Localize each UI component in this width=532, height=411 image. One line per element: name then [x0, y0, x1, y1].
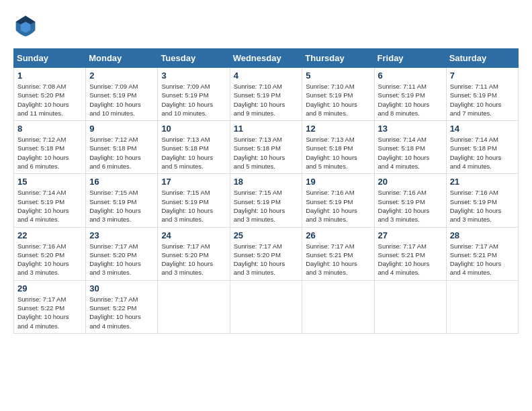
calendar-cell: 10Sunrise: 7:13 AMSunset: 5:18 PMDayligh… — [158, 121, 230, 174]
day-number: 22 — [17, 230, 82, 240]
day-number: 17 — [161, 177, 226, 187]
day-number: 27 — [378, 230, 443, 240]
calendar-cell: 2Sunrise: 7:09 AMSunset: 5:19 PMDaylight… — [86, 68, 158, 121]
day-number: 29 — [17, 283, 82, 293]
calendar-cell: 1Sunrise: 7:08 AMSunset: 5:20 PMDaylight… — [14, 68, 86, 121]
column-header-wednesday: Wednesday — [230, 49, 302, 68]
calendar-cell: 21Sunrise: 7:16 AMSunset: 5:19 PMDayligh… — [446, 174, 518, 227]
calendar-week-row: 22Sunrise: 7:16 AMSunset: 5:20 PMDayligh… — [14, 227, 519, 280]
calendar-cell: 17Sunrise: 7:15 AMSunset: 5:19 PMDayligh… — [158, 174, 230, 227]
day-number: 24 — [161, 230, 226, 240]
day-info: Sunrise: 7:13 AMSunset: 5:18 PMDaylight:… — [234, 135, 299, 171]
day-number: 26 — [306, 230, 370, 240]
day-number: 14 — [450, 124, 515, 134]
day-info: Sunrise: 7:08 AMSunset: 5:20 PMDaylight:… — [17, 82, 82, 118]
day-number: 20 — [378, 177, 443, 187]
day-info: Sunrise: 7:12 AMSunset: 5:18 PMDaylight:… — [17, 135, 82, 171]
calendar-cell: 9Sunrise: 7:12 AMSunset: 5:18 PMDaylight… — [86, 121, 158, 174]
day-number: 9 — [89, 124, 154, 134]
day-info: Sunrise: 7:12 AMSunset: 5:18 PMDaylight:… — [89, 135, 154, 171]
calendar-week-row: 8Sunrise: 7:12 AMSunset: 5:18 PMDaylight… — [14, 121, 519, 174]
day-info: Sunrise: 7:16 AMSunset: 5:20 PMDaylight:… — [17, 242, 82, 277]
day-number: 8 — [17, 124, 82, 134]
calendar-week-row: 15Sunrise: 7:14 AMSunset: 5:19 PMDayligh… — [14, 174, 519, 227]
day-number: 18 — [234, 177, 299, 187]
calendar-cell: 26Sunrise: 7:17 AMSunset: 5:21 PMDayligh… — [302, 227, 374, 280]
day-info: Sunrise: 7:17 AMSunset: 5:21 PMDaylight:… — [450, 242, 515, 277]
calendar-cell: 15Sunrise: 7:14 AMSunset: 5:19 PMDayligh… — [14, 174, 86, 227]
column-header-monday: Monday — [86, 49, 158, 68]
day-number: 10 — [161, 124, 226, 134]
calendar-cell: 24Sunrise: 7:17 AMSunset: 5:20 PMDayligh… — [158, 227, 230, 280]
calendar-cell: 7Sunrise: 7:11 AMSunset: 5:19 PMDaylight… — [446, 68, 518, 121]
day-info: Sunrise: 7:10 AMSunset: 5:19 PMDaylight:… — [234, 82, 299, 118]
calendar-cell: 8Sunrise: 7:12 AMSunset: 5:18 PMDaylight… — [14, 121, 86, 174]
calendar-cell: 14Sunrise: 7:14 AMSunset: 5:18 PMDayligh… — [446, 121, 518, 174]
day-number: 30 — [89, 283, 154, 293]
day-info: Sunrise: 7:13 AMSunset: 5:18 PMDaylight:… — [306, 135, 370, 171]
day-number: 3 — [161, 71, 226, 81]
calendar-cell — [302, 280, 374, 333]
day-info: Sunrise: 7:16 AMSunset: 5:19 PMDaylight:… — [450, 188, 515, 224]
day-info: Sunrise: 7:17 AMSunset: 5:20 PMDaylight:… — [89, 242, 154, 277]
column-header-sunday: Sunday — [14, 49, 86, 68]
day-number: 4 — [234, 71, 299, 81]
column-header-thursday: Thursday — [302, 49, 374, 68]
calendar-cell — [158, 280, 230, 333]
day-number: 28 — [450, 230, 515, 240]
column-header-friday: Friday — [374, 49, 446, 68]
day-info: Sunrise: 7:14 AMSunset: 5:18 PMDaylight:… — [378, 135, 443, 171]
logo — [13, 13, 42, 38]
page-header — [13, 13, 519, 38]
day-info: Sunrise: 7:15 AMSunset: 5:19 PMDaylight:… — [89, 188, 154, 224]
day-number: 12 — [306, 124, 370, 134]
day-info: Sunrise: 7:16 AMSunset: 5:19 PMDaylight:… — [306, 188, 370, 224]
day-info: Sunrise: 7:16 AMSunset: 5:19 PMDaylight:… — [378, 188, 443, 224]
calendar-cell: 11Sunrise: 7:13 AMSunset: 5:18 PMDayligh… — [230, 121, 302, 174]
day-number: 15 — [17, 177, 82, 187]
calendar-cell: 4Sunrise: 7:10 AMSunset: 5:19 PMDaylight… — [230, 68, 302, 121]
column-header-tuesday: Tuesday — [158, 49, 230, 68]
day-info: Sunrise: 7:11 AMSunset: 5:19 PMDaylight:… — [378, 82, 443, 118]
day-number: 19 — [306, 177, 370, 187]
calendar-cell — [446, 280, 518, 333]
day-number: 5 — [306, 71, 370, 81]
calendar-cell: 30Sunrise: 7:17 AMSunset: 5:22 PMDayligh… — [86, 280, 158, 333]
calendar-cell — [230, 280, 302, 333]
calendar-cell: 22Sunrise: 7:16 AMSunset: 5:20 PMDayligh… — [14, 227, 86, 280]
day-info: Sunrise: 7:17 AMSunset: 5:22 PMDaylight:… — [17, 295, 82, 330]
day-number: 1 — [17, 71, 82, 81]
day-info: Sunrise: 7:15 AMSunset: 5:19 PMDaylight:… — [234, 188, 299, 224]
calendar-cell: 19Sunrise: 7:16 AMSunset: 5:19 PMDayligh… — [302, 174, 374, 227]
day-number: 6 — [378, 71, 443, 81]
calendar-cell: 5Sunrise: 7:10 AMSunset: 5:19 PMDaylight… — [302, 68, 374, 121]
day-info: Sunrise: 7:17 AMSunset: 5:22 PMDaylight:… — [89, 295, 154, 330]
calendar-table: SundayMondayTuesdayWednesdayThursdayFrid… — [13, 48, 519, 334]
calendar-cell: 18Sunrise: 7:15 AMSunset: 5:19 PMDayligh… — [230, 174, 302, 227]
day-info: Sunrise: 7:17 AMSunset: 5:20 PMDaylight:… — [161, 242, 226, 277]
day-info: Sunrise: 7:15 AMSunset: 5:19 PMDaylight:… — [161, 188, 226, 224]
column-header-saturday: Saturday — [446, 49, 518, 68]
day-number: 11 — [234, 124, 299, 134]
day-info: Sunrise: 7:09 AMSunset: 5:19 PMDaylight:… — [161, 82, 226, 118]
day-info: Sunrise: 7:14 AMSunset: 5:18 PMDaylight:… — [450, 135, 515, 171]
day-info: Sunrise: 7:17 AMSunset: 5:20 PMDaylight:… — [234, 242, 299, 277]
day-info: Sunrise: 7:17 AMSunset: 5:21 PMDaylight:… — [306, 242, 370, 277]
day-number: 25 — [234, 230, 299, 240]
day-info: Sunrise: 7:11 AMSunset: 5:19 PMDaylight:… — [450, 82, 515, 118]
calendar-cell: 13Sunrise: 7:14 AMSunset: 5:18 PMDayligh… — [374, 121, 446, 174]
calendar-cell: 16Sunrise: 7:15 AMSunset: 5:19 PMDayligh… — [86, 174, 158, 227]
calendar-cell: 6Sunrise: 7:11 AMSunset: 5:19 PMDaylight… — [374, 68, 446, 121]
calendar-cell: 29Sunrise: 7:17 AMSunset: 5:22 PMDayligh… — [14, 280, 86, 333]
day-number: 16 — [89, 177, 154, 187]
calendar-week-row: 29Sunrise: 7:17 AMSunset: 5:22 PMDayligh… — [14, 280, 519, 333]
logo-icon — [13, 13, 38, 38]
day-info: Sunrise: 7:13 AMSunset: 5:18 PMDaylight:… — [161, 135, 226, 171]
day-number: 23 — [89, 230, 154, 240]
calendar-cell — [374, 280, 446, 333]
day-info: Sunrise: 7:14 AMSunset: 5:19 PMDaylight:… — [17, 188, 82, 224]
calendar-week-row: 1Sunrise: 7:08 AMSunset: 5:20 PMDaylight… — [14, 68, 519, 121]
day-info: Sunrise: 7:17 AMSunset: 5:21 PMDaylight:… — [378, 242, 443, 277]
day-number: 21 — [450, 177, 515, 187]
day-number: 2 — [89, 71, 154, 81]
